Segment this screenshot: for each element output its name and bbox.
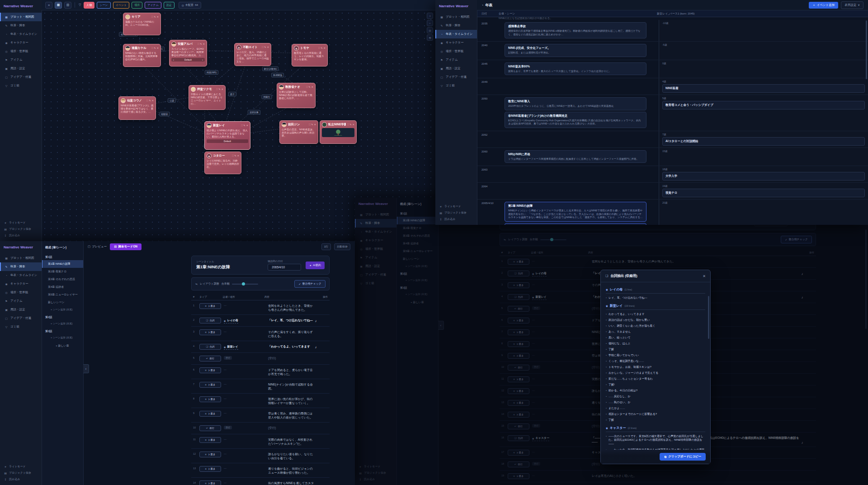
- card-action-icon[interactable]: ✕: [353, 123, 354, 126]
- ai-summary-button[interactable]: ✦AI要約: [306, 262, 325, 269]
- add-chapter-button[interactable]: + 新しい章: [42, 341, 83, 351]
- chapter-item[interactable]: 第1章:NINEの故障: [42, 260, 83, 268]
- card-action-icon[interactable]: ✎: [219, 88, 221, 91]
- script-row[interactable]: 11≡ト書き—実際の肉体ではなく、AI投影された“パーソナルスキン”だ。: [191, 434, 330, 449]
- event-card[interactable]: NINE-β完成、安全化フェーズ。記憶転送、または感情転送が実用化。: [505, 44, 646, 57]
- autosave-button[interactable]: 自動保存: [334, 243, 350, 250]
- sidebar-item-7[interactable]: ▢アイデア・付箋: [0, 314, 42, 323]
- person-event-card[interactable]: 教育塔コメと会う・パッシブダイブ: [662, 101, 865, 109]
- card-action-icon[interactable]: ✕: [157, 15, 159, 19]
- sidebar-item-3[interactable]: ◉キャラクター: [0, 38, 42, 47]
- sidebar-item-2[interactable]: ◔年表・タイムライン: [0, 271, 42, 280]
- card-action-icon[interactable]: ✎: [311, 123, 313, 126]
- card-action-icon[interactable]: ✎: [350, 123, 352, 126]
- card-action-icon[interactable]: ⛶: [232, 154, 234, 157]
- sidebar-footer-item[interactable]: ▤プロジェクト保存: [439, 211, 473, 215]
- card-action-icon[interactable]: ⛶: [151, 15, 153, 19]
- row-speaker-cell[interactable]: —: [224, 396, 264, 400]
- empty-line-text[interactable]: (空行): [264, 356, 319, 360]
- sidebar-item-3[interactable]: ◉キャラクター: [435, 38, 477, 47]
- script-row[interactable]: 1≡ト書き—玄関を出ようとしたとき、背後から母さんの声が飛んできた。: [191, 300, 330, 315]
- card-action-icon[interactable]: ✕: [311, 86, 313, 89]
- sidebar-footer-item[interactable]: ↧読み込み: [439, 217, 473, 221]
- card-action-icon[interactable]: ⛶: [241, 124, 243, 127]
- timeline-row[interactable]: 20527歳AIコタローとの対話開始: [477, 131, 868, 148]
- add-scene-button[interactable]: + シーン追加 (末尾): [42, 320, 83, 327]
- sidebar-item-1[interactable]: ✎執筆・脚本: [0, 21, 42, 30]
- line-setting-button[interactable]: 1行: [321, 243, 331, 250]
- preview-button[interactable]: ▢プレビュー: [88, 245, 107, 249]
- sidebar-footer-item[interactable]: ☀ライトモード: [439, 204, 473, 209]
- chapter-item[interactable]: 新しいシーン: [42, 299, 83, 306]
- character-card[interactable]: 押堂ツクモ⛶✎✕不動エイトの後輩にあたるNRIの研究者。工学分野よりニューロレイ…: [189, 85, 226, 110]
- script-row[interactable]: 13≡ト書き—通りを曲がると、街頭ビジョンのニュース映像が切り替わった。: [191, 463, 330, 478]
- stage-direction-text[interactable]: NINE(ナイン)が自動で起動する合図。: [264, 382, 319, 390]
- row-type-button[interactable]: ❏台詞: [199, 318, 221, 323]
- person-event-card[interactable]: NINE装着: [662, 84, 865, 93]
- row-speaker-cell[interactable]: —: [224, 452, 264, 455]
- person-event-card[interactable]: 視覚テロ: [662, 189, 865, 197]
- card-action-icon[interactable]: ⛶: [262, 46, 264, 49]
- character-card[interactable]: 教務省ナオ⛶✎✕元軍の試験体として活動。NINE計画の試験運用を経て教務省に出向…: [277, 83, 316, 108]
- dialogue-text[interactable]: 「わかってるよ、いってきます」: [264, 344, 319, 348]
- sidebar-item-8[interactable]: ▽ゴミ箱: [0, 323, 42, 331]
- card-action-icon[interactable]: ⛶: [146, 99, 148, 102]
- event-card[interactable]: NINE普及率60%国策もあり、世界でも最初・最大のニューロ大国として受容化。イ…: [505, 62, 646, 76]
- sidebar-item-8[interactable]: ▽ゴミ箱: [0, 81, 42, 90]
- row-type-button[interactable]: ≡ト書き: [199, 437, 221, 443]
- script-mode-button[interactable]: ▤脚本モードON: [110, 243, 142, 250]
- row-type-button[interactable]: ❏台詞: [199, 344, 221, 350]
- script-row[interactable]: 3≡ト書き—その声に肩をすくめ、振り返らずに答える。: [191, 327, 330, 341]
- sidebar-item-5[interactable]: ⚑アイテム: [435, 56, 477, 64]
- script-row[interactable]: 9≡ト書き—空は青く澄み、通学路の両側には星人や獣人の姿が混じっていた。: [191, 408, 330, 423]
- empty-line-text[interactable]: (空行): [264, 425, 319, 430]
- sidebar-item-5[interactable]: ⚑アイテム: [0, 56, 42, 64]
- sidebar-footer-item[interactable]: ↧読み込み: [4, 477, 38, 481]
- sidebar-item-6[interactable]: ▣用語・設定: [0, 305, 42, 314]
- card-action-icon[interactable]: ✕: [324, 47, 326, 50]
- row-speaker-cell[interactable]: 空行: [224, 425, 264, 429]
- row-type-button[interactable]: ≡ト書き: [199, 367, 221, 373]
- view-toggle-0[interactable]: ▦: [55, 2, 62, 9]
- width-slider[interactable]: [232, 284, 258, 285]
- script-row[interactable]: 10↵改行空行(空行): [191, 423, 330, 434]
- view-toggle-1[interactable]: ▥: [64, 2, 71, 9]
- character-card[interactable]: 新堂レイ⛶✎✕幼少期よりNINEの不調を抱え、他人のパーソナルスキンを認識できな…: [204, 121, 250, 150]
- filter-chip-設定[interactable]: 設定: [164, 2, 175, 9]
- timeline-row[interactable]: 2060NRIがNIRに昇格トワは神経インターフェース関連事業構想の局面に配属後…: [477, 148, 868, 166]
- person-event-card[interactable]: AIコタローとの対話開始: [662, 137, 865, 146]
- add-event-button[interactable]: ＋イベント追加: [809, 2, 838, 9]
- chapter-item[interactable]: 第2章:視覚テロ: [42, 268, 83, 276]
- timeline-body[interactable]: NINEの元となる記憶装置の特許が出願される。2035感情暴走事故感情保存の拡張…: [477, 17, 868, 225]
- row-type-button[interactable]: ≡ト書き: [199, 411, 221, 417]
- card-action-icon[interactable]: ✕: [203, 43, 205, 46]
- card-action-icon[interactable]: ✎: [244, 124, 245, 127]
- stage-direction-text[interactable]: ドアを閉めると、柔らかい電子音が耳元で鳴った。: [264, 367, 319, 376]
- pager-next-icon[interactable]: ›: [202, 58, 203, 61]
- chapter-card[interactable]: 第2章:視覚テロNINE相談センターを訪れたレイは、視界の異常を抱えつつ、ポジテ…: [505, 223, 646, 225]
- canvas-control-button[interactable]: ＋: [427, 13, 433, 19]
- sidebar-footer-item[interactable]: ▤プロジェクト保存: [4, 227, 38, 231]
- card-action-icon[interactable]: ✕: [152, 99, 154, 102]
- row-type-button[interactable]: ≡ト書き: [199, 329, 221, 335]
- timeline-row[interactable]: 2035感情暴走事故感情保存の拡張実験で感情暴走事故(NINE-α被験者死亡)。…: [477, 20, 868, 42]
- row-speaker-cell[interactable]: ◉レイの母: [224, 318, 264, 323]
- card-action-icon[interactable]: ✎: [149, 99, 151, 102]
- card-action-icon[interactable]: ✕: [267, 46, 269, 49]
- script-row[interactable]: 7≡ト書き—NINE(ナイン)が自動で起動する合図。: [191, 379, 330, 394]
- stage-direction-text[interactable]: 街の風景すらNINEを通してカスタマイズされたスキンが彩る。: [264, 480, 319, 485]
- character-card[interactable]: 私立NINE学園⛶✎✕: [320, 120, 357, 144]
- filter-chip-アイテム[interactable]: アイテム: [145, 2, 161, 9]
- character-card[interactable]: 前田ジン⛶✎✕心声党の党首。NINE推進派。表向きは国民の声を聞く政治家。: [279, 120, 318, 144]
- card-action-icon[interactable]: ✎: [154, 15, 156, 19]
- sidebar-footer-item[interactable]: ☀ライトモード: [4, 221, 38, 225]
- row-speaker-cell[interactable]: ◉新堂レイ: [224, 344, 264, 350]
- filter-chip-場所[interactable]: 場所: [132, 2, 142, 9]
- modal-scrollbar[interactable]: [708, 296, 709, 339]
- card-action-icon[interactable]: ✎: [309, 86, 311, 89]
- stage-direction-text[interactable]: 視界に淡い光の粒が浮かび、街の情報レイヤーが重なっていく。: [264, 396, 319, 405]
- sidebar-footer-item[interactable]: ▤プロジェクト保存: [4, 471, 38, 475]
- chapter-card[interactable]: 第1章:NINEの故障NINE(ナイン)という神経インターフェースが普及した近未…: [505, 202, 646, 222]
- card-action-icon[interactable]: ⛶: [347, 123, 349, 126]
- sidebar-item-1[interactable]: ✎執筆・脚本: [0, 262, 42, 271]
